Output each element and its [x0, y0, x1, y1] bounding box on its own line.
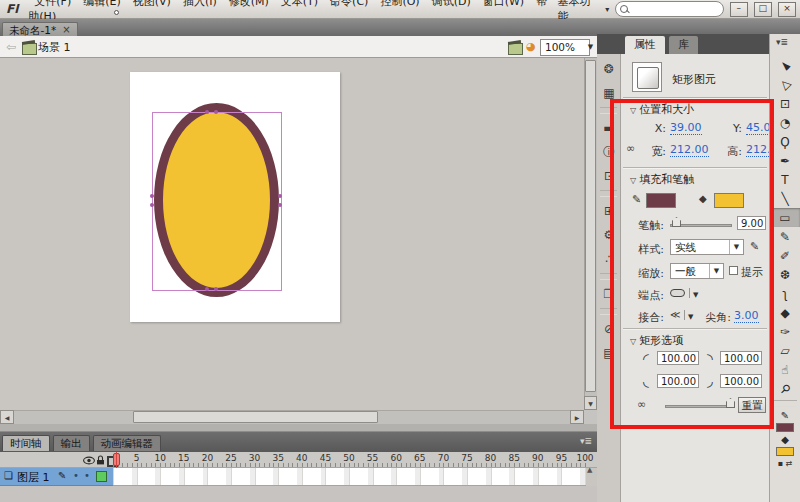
tab-library[interactable]: 库 — [669, 36, 698, 54]
menu-item-9[interactable]: 窗口(W) — [477, 0, 530, 8]
hand-tool[interactable]: ☝ — [770, 360, 800, 379]
pencil-tool[interactable]: ✎ — [770, 227, 800, 246]
stage-pasteboard[interactable] — [0, 58, 584, 410]
behaviors-panel-icon[interactable]: ⊘ — [597, 317, 621, 341]
eraser-tool[interactable]: ▱ — [770, 341, 800, 360]
fill-color-swatch[interactable] — [714, 193, 744, 208]
show-hide-layers-icon[interactable] — [83, 455, 95, 468]
timeline-tab-2[interactable]: 动画编辑器 — [93, 435, 162, 451]
info-panel-icon[interactable]: ⓘ — [597, 140, 621, 164]
corner-radius-tl-field[interactable]: 100.00 — [657, 351, 699, 365]
close-button[interactable]: × — [778, 2, 796, 17]
document-tab[interactable]: 未命名-1* × — [2, 22, 78, 37]
scale-dropdown[interactable]: 一般▼ — [670, 263, 724, 279]
selection-tool[interactable]: ► — [770, 56, 800, 75]
align-panel-icon[interactable]: ▬ — [597, 116, 621, 140]
stroke-color-swatch[interactable] — [646, 193, 676, 208]
stroke-weight-field[interactable]: 9.00 — [737, 216, 766, 230]
selection-handle[interactable] — [150, 194, 154, 198]
corner-radius-bl-field[interactable]: 100.00 — [657, 374, 699, 388]
link-corners-icon[interactable]: ∞ — [637, 398, 646, 411]
menu-item-7[interactable]: 控制(O) — [374, 0, 425, 8]
swap-colors-icon[interactable]: ⇄ — [786, 459, 793, 468]
edit-scene-icon[interactable] — [508, 43, 523, 55]
deco-tool[interactable]: ❆ — [770, 265, 800, 284]
scene-name[interactable]: 场景 1 — [38, 40, 71, 55]
edit-stroke-style-icon[interactable]: ✎ — [750, 240, 759, 253]
layer-visible-dot[interactable]: • — [73, 470, 79, 481]
stroke-weight-slider-thumb[interactable] — [672, 217, 681, 227]
components-panel-icon[interactable]: ⚙ — [597, 223, 621, 247]
paint-bucket-tool[interactable]: ◆ — [770, 303, 800, 322]
menu-item-1[interactable]: 编辑(E) — [77, 0, 127, 8]
empty-keyframe-dot[interactable] — [114, 10, 119, 15]
zoom-dropdown-icon[interactable]: ▼ — [585, 39, 596, 56]
timeline-panel-menu-icon[interactable]: ▾≣ — [580, 436, 592, 446]
edit-symbols-icon[interactable]: ◕ — [526, 40, 536, 53]
corner-radius-slider-thumb[interactable] — [726, 398, 735, 408]
style-dropdown[interactable]: 实线▼ — [670, 239, 744, 255]
free-transform-tool[interactable]: ⊡ — [770, 94, 800, 113]
toolbar-stroke-color-swatch[interactable] — [776, 423, 794, 432]
menu-item-2[interactable]: 视图(V) — [127, 0, 177, 8]
selection-handle[interactable] — [278, 203, 282, 207]
panel-divider-strip[interactable] — [0, 424, 597, 432]
motion-presets-panel-icon[interactable]: ∴ — [597, 247, 621, 271]
x-value[interactable]: 39.00 — [670, 122, 702, 135]
selection-handle[interactable] — [205, 287, 209, 291]
scroll-left-button[interactable]: ◀ — [0, 410, 14, 424]
selection-handle[interactable] — [205, 110, 209, 114]
scroll-right-button[interactable]: ▶ — [570, 410, 584, 424]
pen-tool[interactable]: ✒ — [770, 151, 800, 170]
join-style-icon[interactable]: ≪ — [670, 309, 680, 320]
timeline-tab-0[interactable]: 时间轴 — [2, 435, 50, 451]
reset-button[interactable]: 重置 — [738, 397, 766, 413]
scroll-down-button[interactable]: ▼ — [584, 396, 597, 410]
text-tool[interactable]: T — [770, 170, 800, 189]
transform-panel-icon[interactable]: ⊡ — [597, 164, 621, 188]
selection-handle[interactable] — [214, 287, 218, 291]
back-arrow-icon[interactable]: ⇦ — [6, 40, 16, 54]
menu-item-4[interactable]: 修改(M) — [223, 0, 275, 8]
section-fill-stroke[interactable]: ▽填充和笔触 — [630, 172, 694, 187]
selection-handle[interactable] — [278, 194, 282, 198]
swatches-panel-icon[interactable]: ▦ — [597, 81, 621, 105]
3d-rotation-tool[interactable]: ◔ — [770, 113, 800, 132]
restore-button[interactable]: □ — [754, 2, 772, 17]
join-dropdown-icon[interactable]: ▼ — [688, 313, 693, 321]
brush-tool[interactable]: ✐ — [770, 246, 800, 265]
tab-properties[interactable]: 属性 — [625, 36, 665, 54]
lock-layers-icon[interactable] — [96, 455, 105, 468]
lasso-tool[interactable]: Ϙ — [770, 132, 800, 151]
document-close-icon[interactable]: × — [62, 23, 70, 37]
menu-item-5[interactable]: 文本(T) — [275, 0, 324, 8]
subselection-tool[interactable]: ▷ — [770, 75, 800, 94]
cap-dropdown-icon[interactable]: ▼ — [693, 291, 698, 299]
cap-style-icon[interactable] — [670, 289, 685, 297]
library-panel-icon[interactable]: ▤ — [597, 341, 621, 365]
menu-item-8[interactable]: 调试(D) — [426, 0, 477, 8]
line-tool[interactable]: ╲ — [770, 189, 800, 208]
code-snippets-panel-icon[interactable]: ⊞ — [597, 199, 621, 223]
menu-item-0[interactable]: 文件(F) — [28, 0, 77, 8]
rectangle-tool[interactable]: ▭ — [770, 208, 800, 227]
layer-outline-color-swatch[interactable] — [96, 471, 107, 482]
timeline-ruler[interactable]: 5101520253035404550556065707580859095100 — [113, 452, 586, 468]
section-rect-options[interactable]: ▽矩形选项 — [630, 333, 683, 348]
selection-bounding-box[interactable] — [152, 112, 282, 291]
selection-handle[interactable] — [214, 110, 218, 114]
hints-checkbox[interactable] — [729, 266, 738, 275]
frames-grid[interactable] — [113, 468, 586, 486]
menu-item-6[interactable]: 命令(C) — [324, 0, 374, 8]
vertical-scrollbar-thumb[interactable] — [585, 60, 596, 392]
toolbar-fill-color-swatch[interactable] — [776, 447, 794, 456]
zoom-level-field[interactable]: 100% — [540, 39, 590, 56]
menu-item-3[interactable]: 插入(I) — [177, 0, 223, 8]
corner-radius-br-field[interactable]: 100.00 — [720, 374, 762, 388]
timeline-tab-1[interactable]: 输出 — [53, 435, 90, 451]
tools-panel-menu-icon[interactable]: ▾≣ — [776, 37, 788, 47]
search-input[interactable] — [615, 1, 723, 17]
eyedropper-tool[interactable]: ✑ — [770, 322, 800, 341]
layer-lock-dot[interactable]: • — [84, 470, 90, 481]
zoom-tool[interactable]: ⚲ — [770, 379, 800, 398]
